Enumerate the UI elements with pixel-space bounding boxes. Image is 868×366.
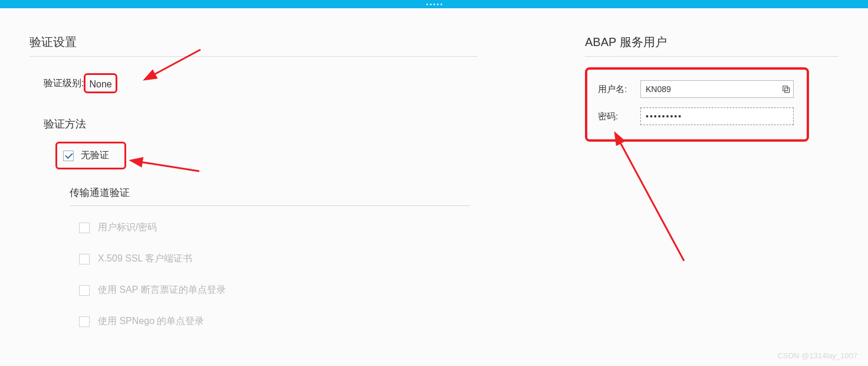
username-input-wrap bbox=[640, 80, 794, 98]
option-label: X.509 SSL 客户端证书 bbox=[98, 253, 192, 265]
checkbox-sap-assertion bbox=[79, 285, 90, 296]
password-input[interactable] bbox=[640, 107, 794, 125]
list-item: 用户标识/密码 bbox=[79, 221, 478, 234]
username-input[interactable] bbox=[640, 80, 794, 98]
username-row: 用户名: bbox=[598, 80, 794, 98]
checkbox-spnego bbox=[79, 316, 90, 327]
checkbox-user-password bbox=[79, 223, 90, 233]
channel-auth-title: 传输通道验证 bbox=[70, 186, 471, 206]
auth-settings-title: 验证设置 bbox=[29, 34, 478, 57]
password-label: 密码: bbox=[598, 111, 640, 122]
value-help-icon[interactable] bbox=[781, 84, 791, 94]
page-body: 验证设置 验证级别: None 验证方法 无验证 传输通道验证 用户标识/密码 … bbox=[0, 8, 868, 347]
option-label: 用户标识/密码 bbox=[98, 221, 157, 234]
list-item: X.509 SSL 客户端证书 bbox=[79, 253, 478, 265]
auth-method-box: 无验证 bbox=[55, 142, 478, 169]
auth-settings-section: 验证设置 验证级别: None 验证方法 无验证 传输通道验证 用户标识/密码 … bbox=[29, 34, 478, 347]
abap-user-block: 用户名: 密码: bbox=[585, 67, 839, 142]
list-item: 使用 SPNego 的单点登录 bbox=[79, 315, 478, 328]
no-auth-label: 无验证 bbox=[81, 149, 109, 162]
auth-level-row: 验证级别: None bbox=[29, 73, 478, 93]
auth-level-value: None bbox=[88, 75, 113, 94]
list-item: 使用 SAP 断言票证的单点登录 bbox=[79, 284, 478, 296]
abap-user-title: ABAP 服务用户 bbox=[585, 34, 839, 57]
drag-grip-icon bbox=[426, 4, 442, 5]
abap-user-section: ABAP 服务用户 用户名: 密码: bbox=[585, 34, 839, 347]
username-label: 用户名: bbox=[598, 84, 640, 95]
top-divider-bar[interactable] bbox=[0, 0, 868, 8]
abap-user-highlight-panel: 用户名: 密码: bbox=[585, 67, 809, 142]
watermark: CSDN @1314lay_1007 bbox=[778, 351, 857, 360]
svg-rect-0 bbox=[783, 86, 788, 91]
no-auth-checkbox[interactable] bbox=[63, 151, 74, 161]
svg-rect-1 bbox=[785, 88, 790, 93]
password-input-wrap bbox=[640, 107, 794, 125]
option-label: 使用 SAP 断言票证的单点登录 bbox=[98, 284, 226, 296]
auth-method-title: 验证方法 bbox=[29, 117, 478, 131]
auth-level-value-highlight: None bbox=[84, 73, 117, 93]
no-auth-highlight: 无验证 bbox=[55, 142, 126, 169]
checkbox-x509 bbox=[79, 254, 90, 264]
option-label: 使用 SPNego 的单点登录 bbox=[98, 315, 204, 328]
password-row: 密码: bbox=[598, 107, 794, 125]
channel-options: 用户标识/密码 X.509 SSL 客户端证书 使用 SAP 断言票证的单点登录… bbox=[79, 221, 478, 328]
auth-level-label: 验证级别: bbox=[44, 77, 84, 90]
